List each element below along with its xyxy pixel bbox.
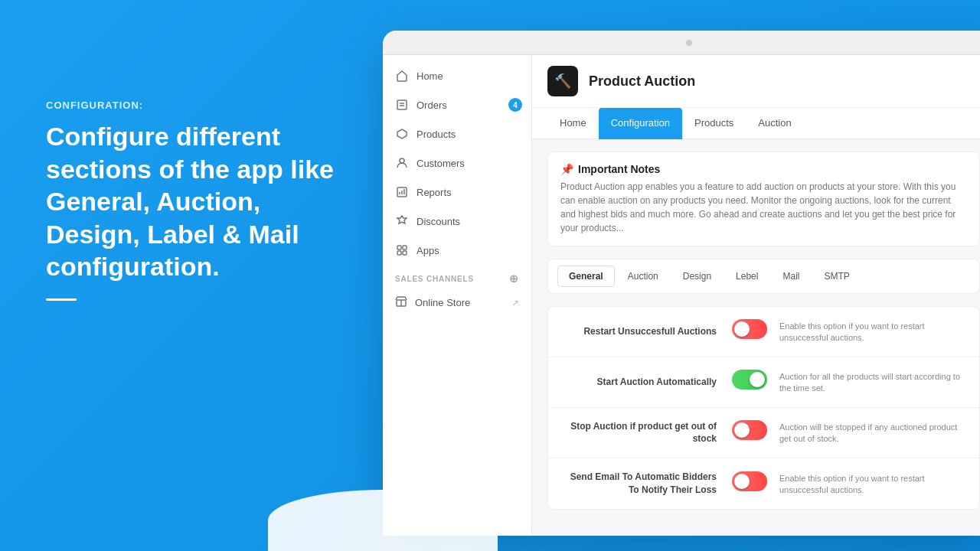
orders-icon: [395, 98, 409, 112]
external-link-icon[interactable]: ↗: [511, 298, 519, 308]
notes-text: Product Auction app enables you a featur…: [560, 180, 967, 235]
content-body: 📌 Important Notes Product Auction app en…: [532, 139, 980, 522]
nav-tabs: Home Configuration Products Auction: [532, 108, 980, 139]
sidebar-item-online-store[interactable]: Online Store ↗: [383, 288, 531, 318]
tab-products[interactable]: Products: [682, 108, 746, 139]
config-tab-lebel[interactable]: Lebel: [724, 266, 769, 287]
sales-channels-label: SALES CHANNELS: [395, 275, 474, 283]
sidebar-item-apps[interactable]: Apps: [383, 236, 531, 265]
toggle-send-email[interactable]: [732, 471, 767, 491]
svg-marker-9: [397, 216, 407, 223]
setting-controls-restart: Enable this option if you want to restar…: [732, 319, 964, 344]
discounts-icon: [395, 214, 409, 228]
reports-icon: [395, 185, 409, 199]
left-label: CONFIGURATION:: [46, 99, 337, 111]
settings-area: Restart Unsuccesfull Auctions Enable thi…: [547, 306, 980, 510]
svg-rect-13: [403, 251, 407, 255]
config-tab-mail[interactable]: Mail: [771, 266, 811, 287]
svg-rect-10: [397, 246, 401, 249]
toggle-restart[interactable]: [732, 319, 767, 339]
notes-icon: 📌: [560, 163, 573, 175]
setting-desc-start-auto: Auction for all the products will start …: [779, 370, 964, 395]
sidebar-item-customers[interactable]: Customers: [383, 148, 531, 178]
store-icon: [395, 295, 407, 310]
orders-badge: 4: [508, 98, 522, 112]
sidebar-home-label: Home: [416, 70, 443, 82]
left-title: Configure different sections of the app …: [46, 120, 337, 283]
sidebar-item-reports[interactable]: Reports: [383, 178, 531, 207]
setting-controls-stop-stock: Auction will be stopped if any auctioned…: [732, 420, 964, 445]
setting-label-start-auto: Start Auction Automatically: [564, 376, 732, 389]
browser-chrome: [383, 31, 980, 55]
setting-row-start-auto: Start Auction Automatically Auction for …: [548, 357, 979, 408]
setting-desc-send-email: Enable this option if you want to restar…: [779, 471, 964, 497]
setting-controls-send-email: Enable this option if you want to restar…: [732, 471, 964, 497]
sidebar-discounts-label: Discounts: [416, 216, 460, 227]
main-content: 🔨 Product Auction Home Configuration Pro…: [532, 55, 980, 536]
bottom-curve-decoration: [268, 490, 498, 551]
setting-row-restart: Restart Unsuccesfull Auctions Enable thi…: [548, 307, 979, 357]
sidebar-orders-label: Orders: [416, 99, 447, 111]
sidebar-reports-label: Reports: [416, 187, 452, 198]
setting-label-stop-stock: Stop Auction if product get out of stock: [564, 420, 732, 446]
sidebar-item-orders[interactable]: Orders 4: [383, 90, 531, 119]
browser-content: Home Orders 4 Pr: [383, 55, 980, 536]
setting-desc-stop-stock: Auction will be stopped if any auctioned…: [779, 420, 964, 445]
config-tab-general[interactable]: General: [557, 266, 615, 287]
setting-desc-restart: Enable this option if you want to restar…: [779, 319, 964, 344]
toggle-knob-stop-stock: [734, 422, 750, 438]
svg-rect-12: [397, 251, 401, 255]
svg-rect-0: [397, 100, 407, 109]
sales-channels-section: SALES CHANNELS ⊕: [383, 265, 531, 288]
apps-icon: [395, 243, 409, 257]
channel-left: Online Store: [395, 295, 470, 310]
sidebar-item-discounts[interactable]: Discounts: [383, 207, 531, 236]
browser-dot: [686, 40, 692, 46]
setting-label-restart: Restart Unsuccesfull Auctions: [564, 325, 732, 338]
app-title: Product Auction: [589, 73, 695, 90]
home-icon: [395, 69, 409, 83]
browser-card: Home Orders 4 Pr: [383, 31, 980, 536]
config-tab-auction[interactable]: Auction: [616, 266, 670, 287]
sidebar: Home Orders 4 Pr: [383, 55, 532, 536]
svg-marker-3: [397, 129, 407, 139]
left-panel: CONFIGURATION: Configure different secti…: [46, 99, 337, 301]
svg-rect-11: [403, 246, 407, 249]
tab-auction[interactable]: Auction: [746, 108, 803, 139]
customers-icon: [395, 156, 409, 170]
config-tab-design[interactable]: Design: [671, 266, 723, 287]
setting-row-stop-stock: Stop Auction if product get out of stock…: [548, 408, 979, 459]
add-channel-icon[interactable]: ⊕: [509, 272, 519, 285]
sidebar-item-home[interactable]: Home: [383, 61, 531, 90]
tab-home[interactable]: Home: [547, 108, 599, 139]
toggle-start-auto[interactable]: [732, 370, 767, 390]
sidebar-products-label: Products: [416, 129, 456, 140]
setting-label-send-email: Send Email To Automatic Bidders To Notif…: [564, 471, 732, 497]
channel-label: Online Store: [415, 297, 470, 308]
left-divider: [46, 298, 77, 301]
config-tabs: General Auction Design Lebel Mail SMTP: [547, 259, 980, 294]
setting-row-send-email: Send Email To Automatic Bidders To Notif…: [548, 458, 979, 509]
tab-configuration[interactable]: Configuration: [599, 108, 682, 139]
toggle-knob-restart: [734, 321, 750, 337]
toggle-knob-start-auto: [750, 372, 765, 387]
notes-box: 📌 Important Notes Product Auction app en…: [547, 152, 980, 246]
toggle-knob-send-email: [734, 474, 750, 489]
svg-point-4: [400, 158, 404, 163]
sidebar-item-products[interactable]: Products: [383, 119, 531, 148]
products-icon: [395, 127, 409, 141]
sidebar-customers-label: Customers: [416, 158, 465, 169]
app-icon: 🔨: [547, 66, 578, 96]
app-header: 🔨 Product Auction: [532, 55, 980, 108]
setting-controls-start-auto: Auction for all the products will start …: [732, 370, 964, 395]
sidebar-apps-label: Apps: [416, 245, 439, 256]
toggle-stop-stock[interactable]: [732, 420, 767, 440]
config-tab-smtp[interactable]: SMTP: [812, 266, 861, 287]
notes-title: 📌 Important Notes: [560, 163, 967, 175]
